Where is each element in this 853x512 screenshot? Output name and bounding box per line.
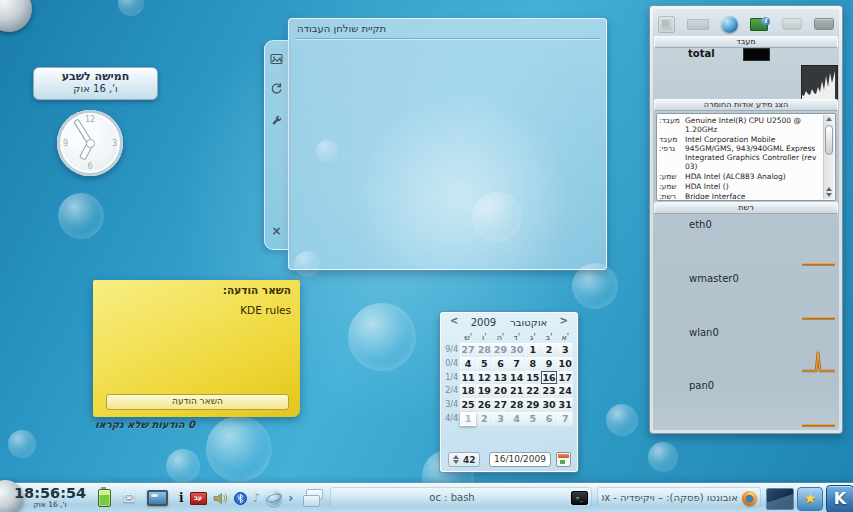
calendar-day[interactable]: 5 <box>525 412 541 426</box>
favorites-folder-icon[interactable]: ★ <box>797 487 823 511</box>
info-icon[interactable]: i <box>179 492 184 504</box>
calendar-day[interactable]: 30 <box>509 343 525 357</box>
date-input[interactable]: 16/10/2009 <box>489 452 551 467</box>
calendar-day[interactable]: 3 <box>492 412 508 426</box>
analog-clock-widget[interactable]: 12 3 6 9 <box>57 110 123 176</box>
calendar-day[interactable]: 1 <box>525 343 541 357</box>
network-icon[interactable] <box>266 490 282 506</box>
calendar-day[interactable]: 4 <box>509 412 525 426</box>
calendar-day[interactable]: 27 <box>492 398 508 412</box>
notes-widget[interactable]: השאר הודעה: KDE rules השאר הודעה <box>93 280 300 417</box>
calendar-day[interactable]: 28 <box>509 398 525 412</box>
calendar-day[interactable]: 5 <box>476 357 492 371</box>
show-desktop-icon[interactable] <box>303 489 323 507</box>
calendar-day[interactable]: 7 <box>509 357 525 371</box>
interface-name: wmaster0 <box>689 273 739 284</box>
battery-icon[interactable] <box>98 489 111 507</box>
display-icon[interactable] <box>147 490 168 506</box>
spinner-arrows-icon[interactable] <box>453 455 459 464</box>
volume-icon[interactable] <box>213 492 228 505</box>
hardware-info-tab-icon[interactable]: i <box>750 17 770 32</box>
calendar-month[interactable]: אוקטובר <box>510 317 547 328</box>
calendar-day[interactable]: 18 <box>460 384 476 398</box>
bluetooth-icon[interactable] <box>234 492 247 505</box>
calendar-day[interactable]: 21 <box>509 384 525 398</box>
calendar-day[interactable]: 6 <box>541 412 557 426</box>
calendar-day[interactable]: 11 <box>460 371 476 385</box>
calendar-day[interactable]: 30 <box>541 398 557 412</box>
task-firefox[interactable]: אובונטו (פסקה): – ויקיפדיה - Mozilla Fir… <box>597 487 761 508</box>
calendar-day[interactable]: 25 <box>460 398 476 412</box>
calendar-week-number: 9/4 <box>444 343 460 357</box>
calendar-day[interactable]: 22 <box>525 384 541 398</box>
fuzzy-clock-widget[interactable]: חמישה לשבע ו', 16 אוק <box>33 67 158 100</box>
calendar-day[interactable]: 7 <box>557 412 573 426</box>
calendar-day[interactable]: 20 <box>492 384 508 398</box>
calendar-day[interactable]: 29 <box>492 343 508 357</box>
scroll-arrows[interactable] <box>826 187 832 197</box>
calendar-day[interactable]: 9 <box>541 357 557 371</box>
calendar-day[interactable]: 14 <box>509 371 525 385</box>
calendar-day[interactable]: 1 <box>460 412 476 426</box>
calendar-day[interactable]: 31 <box>557 398 573 412</box>
folder-view-widget[interactable]: תקיית שולחן העבודה <box>288 18 607 270</box>
calendar-day[interactable]: 2 <box>541 343 557 357</box>
calendar-day[interactable]: 10 <box>557 357 573 371</box>
note-text[interactable]: KDE rules <box>240 304 291 316</box>
calendar-day[interactable]: 3 <box>557 343 573 357</box>
interface-name: eth0 <box>689 219 712 230</box>
calendar-next-button[interactable]: > <box>560 315 568 326</box>
calendar-day[interactable]: 8 <box>525 357 541 371</box>
fuzzy-clock-date: ו', 16 אוק <box>34 83 157 94</box>
disk-dark-tab-icon[interactable] <box>814 18 834 30</box>
calendar-day[interactable]: 23 <box>541 384 557 398</box>
mail-icon[interactable]: ✉ <box>123 491 135 505</box>
desktop-toolbox-cashew[interactable] <box>0 0 32 32</box>
calendar-day[interactable]: 13 <box>492 371 508 385</box>
scrollbar-thumb[interactable] <box>825 125 833 155</box>
scrollbar[interactable] <box>823 115 834 199</box>
calendar-day[interactable]: 29 <box>525 398 541 412</box>
close-icon[interactable]: × <box>265 225 288 237</box>
calendar-widget: < 2009 אוקטובר > ש'ו'ה'ד'ג'ב'א'9/4272829… <box>440 312 578 472</box>
calendar-day[interactable]: 19 <box>476 384 492 398</box>
week-spinner-value: 42 <box>463 455 476 465</box>
calendar-day[interactable]: 28 <box>476 343 492 357</box>
disk-tab-icon[interactable] <box>782 18 802 30</box>
calendar-day[interactable]: 4 <box>460 357 476 371</box>
calendar-day[interactable]: 16 <box>541 371 557 385</box>
task-label: אובונטו (פסקה): – ויקיפדיה - Mozilla Fir… <box>602 488 738 507</box>
kde-menu-button[interactable]: K <box>826 485 853 512</box>
folder-view-separator <box>295 38 600 39</box>
calendar-year[interactable]: 2009 <box>471 317 496 328</box>
calendar-day-header: ו' <box>476 332 492 343</box>
ram-tab-icon[interactable] <box>687 19 709 30</box>
calendar-day[interactable]: 6 <box>492 357 508 371</box>
calendar-day[interactable]: 24 <box>557 384 573 398</box>
task-konsole[interactable]: oc : bash >_ <box>330 487 592 508</box>
week-spinner[interactable]: 42 <box>448 452 480 467</box>
expand-arrow-icon[interactable]: › <box>288 492 293 504</box>
network-tab-icon[interactable] <box>721 16 738 33</box>
resize-icon[interactable] <box>265 50 288 69</box>
keyboard-layout-icon[interactable]: עב <box>190 492 207 505</box>
scroll-up-icon[interactable] <box>826 117 832 121</box>
rotate-icon[interactable] <box>265 80 288 99</box>
calendar-day[interactable]: 15 <box>525 371 541 385</box>
leave-message-button[interactable]: השאר הודעה <box>106 394 289 410</box>
digital-clock[interactable]: 18:56:54 ו', 16 אוק <box>14 484 86 512</box>
network-interface-eth0: eth0 <box>653 215 839 269</box>
calendar-day[interactable]: 2 <box>476 412 492 426</box>
calendar-day[interactable]: 12 <box>476 371 492 385</box>
desktop-pager[interactable] <box>766 488 794 510</box>
configure-wrench-icon[interactable] <box>265 112 288 131</box>
media-note-icon[interactable]: ♪ <box>253 492 261 504</box>
calendar-day-header: ש' <box>460 332 476 343</box>
calendar-day[interactable]: 17 <box>557 371 573 385</box>
date-picker-icon[interactable] <box>556 452 571 467</box>
calendar-prev-button[interactable]: < <box>450 315 458 326</box>
hardware-info-section-header: הצג מידע אודות החומרה <box>654 99 838 111</box>
calendar-day[interactable]: 26 <box>476 398 492 412</box>
calendar-day[interactable]: 27 <box>460 343 476 357</box>
cpu-tab-icon[interactable] <box>658 16 675 33</box>
